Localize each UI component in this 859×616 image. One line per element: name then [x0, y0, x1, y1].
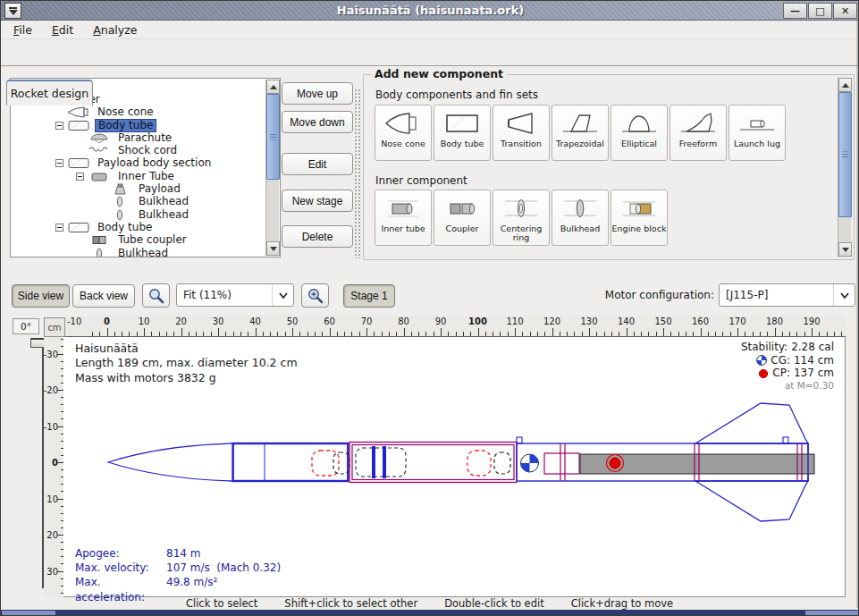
ruler-tick: [404, 328, 405, 336]
component-elliptical-button[interactable]: Elliptical: [611, 105, 668, 161]
component-scrollbar[interactable]: [838, 78, 851, 257]
tab-rocket-design[interactable]: Rocket design: [6, 80, 93, 105]
tree-scrollbar[interactable]: [265, 80, 279, 256]
ruler-label: 30: [46, 566, 58, 576]
component-transition-button[interactable]: Transition: [493, 105, 550, 161]
tree-item-shock-cord[interactable]: Shock cord: [11, 144, 265, 156]
component-freeform-button[interactable]: Freeform: [670, 105, 727, 161]
tree-item-tube-coupler[interactable]: Tube coupler: [11, 234, 265, 247]
delete-button[interactable]: Delete: [282, 225, 353, 248]
new-stage-button[interactable]: New stage: [282, 190, 353, 212]
component-trapezoidal-button[interactable]: Trapezoidal: [552, 105, 609, 161]
ruler-tick: [382, 332, 383, 336]
component-body-tube-button[interactable]: Body tube: [434, 105, 491, 161]
ruler-label: -30: [44, 349, 58, 359]
tree-item-body-tube[interactable]: Body tube: [11, 119, 265, 131]
flight-info: Apogee:814 mMax. velocity:107 m/s (Mach …: [75, 546, 281, 604]
group-label-body: Body components and fin sets: [375, 89, 538, 101]
comp-engineblock-icon: [619, 194, 659, 223]
tree-item-body-tube[interactable]: Body tube: [11, 221, 265, 233]
ruler-label: 140: [618, 316, 635, 326]
ruler-tick: [151, 332, 152, 336]
menu-analyze[interactable]: Analyze: [93, 23, 137, 37]
tree-item-bulkhead[interactable]: Bulkhead: [11, 247, 265, 257]
ruler-tick: [648, 332, 649, 336]
zoom-out-button[interactable]: [142, 283, 170, 308]
comp-coupler-icon: [442, 194, 482, 223]
menu-edit[interactable]: Edit: [52, 23, 73, 37]
ruler-tick: [812, 328, 813, 336]
resize-corner[interactable]: [805, 611, 859, 616]
edit-button[interactable]: Edit: [282, 153, 353, 175]
status-hint: Click to select: [186, 597, 257, 610]
ruler-tick: [582, 332, 583, 336]
component-label: Bulkhead: [560, 224, 600, 233]
rocket-canvas[interactable]: Haisunäätä Length 189 cm, max. diameter …: [63, 337, 846, 597]
component-centering-ring-button[interactable]: Centering ring: [493, 190, 550, 246]
tree-item-parachute[interactable]: Parachute: [11, 131, 265, 144]
ruler-tick: [589, 328, 590, 336]
move-up-button[interactable]: Move up: [282, 82, 353, 105]
ruler-label: 20: [46, 530, 58, 540]
maximize-button[interactable]: □: [808, 3, 832, 19]
stage-1-toggle[interactable]: Stage 1: [343, 284, 395, 308]
side-view-button[interactable]: Side view: [12, 284, 70, 308]
ruler-tick: [137, 332, 138, 336]
scroll-up-button[interactable]: [838, 78, 852, 92]
scrollbar-thumb[interactable]: [838, 92, 852, 217]
tree-expander-icon[interactable]: [76, 173, 88, 181]
tree-item-nose-cone[interactable]: Nose cone: [11, 106, 265, 119]
titlebar[interactable]: Haisunäätä (haisunaata.ork) —□✕: [1, 1, 859, 21]
payload-section-inner: [352, 445, 514, 480]
minimize-button[interactable]: —: [783, 3, 807, 19]
window-edge: [856, 21, 858, 608]
scrollbar-thumb[interactable]: [266, 94, 280, 180]
motor-configuration-select[interactable]: [J115-P]: [719, 283, 855, 307]
ruler-tick: [425, 332, 426, 336]
splitter-handle[interactable]: [354, 89, 361, 258]
component-label: Trapezoidal: [556, 139, 604, 148]
component-coupler-button[interactable]: Coupler: [434, 190, 491, 246]
component-label: Body tube: [441, 139, 484, 148]
ruler-label: 180: [766, 316, 783, 326]
scroll-up-button[interactable]: [266, 80, 280, 94]
ruler-tick: [366, 328, 367, 336]
component-inner-tube-button[interactable]: Inner tube: [375, 190, 432, 246]
close-button[interactable]: ✕: [833, 3, 857, 19]
zoom-in-button[interactable]: [301, 283, 329, 308]
tree-item-inner-tube[interactable]: Inner Tube: [11, 170, 265, 182]
tree-expander-icon[interactable]: [55, 159, 67, 167]
ruler-tick: [567, 332, 568, 336]
tree-item-bulkhead[interactable]: Bulkhead: [11, 196, 265, 208]
component-nose-cone-button[interactable]: Nose cone: [375, 105, 432, 161]
fin-top: [695, 403, 808, 443]
flight-stat-row: Max. velocity:107 m/s (Mach 0.32): [75, 561, 281, 575]
tree-expander-icon[interactable]: [55, 224, 67, 232]
back-view-button[interactable]: Back view: [72, 284, 135, 308]
scroll-down-button[interactable]: [266, 241, 280, 256]
ruler-tick: [277, 332, 278, 336]
resize-corner[interactable]: [2, 611, 55, 616]
scroll-down-button[interactable]: [838, 242, 852, 257]
menu-file[interactable]: File: [13, 23, 32, 37]
window-controls: —□✕: [783, 3, 857, 19]
horizontal-ruler: -100102030405060708090100110120130140150…: [65, 316, 846, 337]
tree-item-payload[interactable]: Payload: [11, 182, 265, 195]
tree-item-payload-body-section[interactable]: Payload body section: [11, 157, 265, 170]
window-menu-icon[interactable]: [4, 3, 21, 19]
component-launch-lug-button[interactable]: Launch lug: [728, 105, 786, 161]
ruler-label: -10: [67, 316, 81, 326]
zoom-select[interactable]: Fit (11%): [176, 283, 294, 307]
chevron-down-icon: [272, 284, 293, 306]
tree-item-bulkhead[interactable]: Bulkhead: [11, 208, 265, 221]
ruler-tick: [240, 332, 241, 336]
group-title: Add new component: [371, 67, 507, 80]
move-down-button[interactable]: Move down: [282, 111, 353, 133]
tree-item-label: Body tube: [95, 222, 155, 233]
component-engine-block-button[interactable]: Engine block: [611, 190, 668, 246]
tree-expander-icon[interactable]: [55, 122, 67, 130]
ruler-label: 150: [654, 316, 671, 326]
fin-bottom: [695, 481, 808, 521]
component-bulkhead-button[interactable]: Bulkhead: [552, 190, 609, 246]
component-label: Elliptical: [621, 139, 657, 148]
